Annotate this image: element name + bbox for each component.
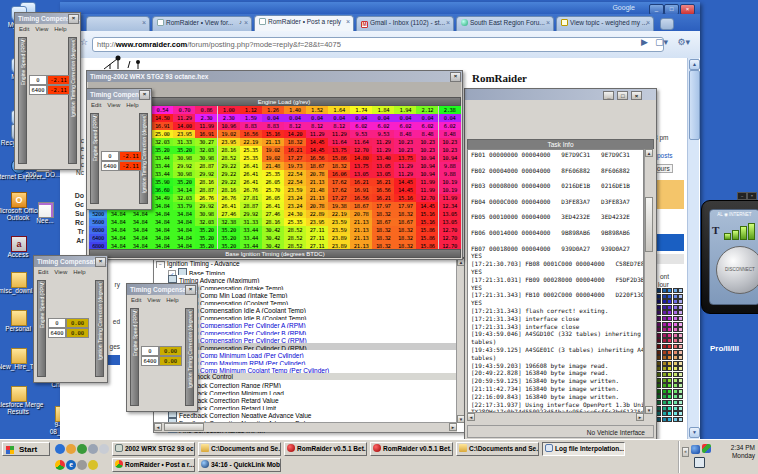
palette-swatch[interactable] — [662, 305, 667, 310]
tray-vz-icon[interactable] — [702, 444, 711, 453]
timing-value-cell[interactable]: 11.29 — [394, 162, 416, 170]
timing-value-cell[interactable]: 0.04 — [306, 114, 328, 122]
timing-value-cell[interactable]: 11.64 — [350, 138, 372, 146]
palette-swatch[interactable] — [673, 299, 678, 304]
rpm-axis-cell[interactable]: 6400 — [101, 161, 119, 171]
timing-value-cell[interactable]: 21.13 — [350, 218, 372, 226]
timing-value-cell[interactable]: 32.03 — [195, 146, 217, 154]
palette-swatch[interactable] — [667, 338, 672, 343]
timing-value-cell[interactable]: 35.20 — [218, 234, 240, 242]
timing-value-cell[interactable]: 13.40 — [372, 154, 394, 162]
timing-value-cell[interactable]: 18.32 — [394, 234, 416, 242]
timing-value-cell[interactable]: 18.67 — [372, 218, 394, 226]
timing-value-cell[interactable]: 13.75 — [350, 162, 372, 170]
palette-swatch[interactable] — [673, 305, 678, 310]
bookmark-star-icon[interactable]: ☆ — [80, 37, 88, 47]
palette-swatch[interactable] — [667, 411, 672, 416]
timing-value-cell[interactable]: 8.83 — [240, 122, 262, 130]
timing-value-cell[interactable]: 21.13 — [350, 234, 372, 242]
palette-swatch[interactable] — [662, 310, 667, 315]
taskbar-button[interactable]: Log file Interpolation... — [542, 442, 625, 456]
tray-network-icon[interactable] — [691, 445, 700, 454]
timing-value-cell[interactable]: 13.75 — [394, 154, 416, 162]
palette-swatch[interactable] — [662, 338, 667, 343]
tree-item[interactable]: −Ignition Timing - Advance — [154, 260, 456, 268]
load-axis-cell[interactable]: 1.74 — [350, 106, 372, 114]
timing-value-cell[interactable]: 11.99 — [416, 178, 438, 186]
timing-value-cell[interactable]: 28.16 — [218, 186, 240, 194]
timing-value-cell[interactable]: 17.97 — [394, 202, 416, 210]
hours-button-fragment[interactable]: ours — [654, 165, 678, 172]
scroll-down-icon[interactable]: ▼ — [645, 406, 653, 414]
palette-swatch[interactable] — [678, 389, 683, 394]
timing-value-cell[interactable]: 14.50 — [151, 114, 173, 122]
timing-value-cell[interactable]: 18.32 — [394, 210, 416, 218]
menu-item-view[interactable]: View — [107, 102, 120, 108]
palette-swatch[interactable] — [673, 378, 678, 383]
palette-swatch[interactable] — [673, 288, 678, 293]
timing-value-cell[interactable]: 12.70 — [416, 194, 438, 202]
timing-value-cell[interactable]: 15.86 — [328, 154, 350, 162]
scroll-up-icon[interactable]: ▲ — [645, 149, 653, 157]
timing-value-cell[interactable]: 20.78 — [306, 202, 328, 210]
palette-swatch[interactable] — [662, 327, 667, 332]
timing-value-cell[interactable]: 32.03 — [195, 218, 217, 226]
timing-value-cell[interactable]: 23.95 — [218, 138, 240, 146]
timing-value-cell[interactable]: 0.04 — [416, 114, 438, 122]
palette-swatch[interactable] — [678, 327, 683, 332]
timing-value-cell[interactable]: 10.23 — [439, 138, 461, 146]
tab-close-icon[interactable]: × — [546, 19, 550, 26]
timing-value-cell[interactable]: 28.87 — [195, 186, 217, 194]
palette-swatch[interactable] — [673, 400, 678, 405]
timing-value-cell[interactable]: 36.60 — [151, 186, 173, 194]
timing-value-cell[interactable]: 12.70 — [439, 226, 461, 234]
timing-value-cell[interactable]: 29.92 — [195, 170, 217, 178]
timing-value-cell[interactable]: 34.84 — [107, 210, 129, 218]
timing-value-cell[interactable]: 34.84 — [107, 218, 129, 226]
timing-value-cell[interactable]: 27.46 — [262, 210, 284, 218]
timing-value-cell[interactable]: 15.86 — [416, 226, 438, 234]
timing-value-cell[interactable]: 19.02 — [262, 146, 284, 154]
timing-value-cell[interactable]: 34.14 — [173, 186, 195, 194]
timing-value-cell[interactable]: 28.52 — [218, 154, 240, 162]
taskbar-button[interactable]: RomRaider v0.5.1 Bet... — [370, 442, 453, 456]
palette-swatch[interactable] — [678, 316, 683, 321]
palette-swatch[interactable] — [678, 299, 683, 304]
timing-value-cell[interactable]: 27.46 — [218, 210, 240, 218]
timing-value-cell[interactable]: 17.62 — [328, 186, 350, 194]
timing-value-cell[interactable]: 21.13 — [306, 194, 328, 202]
timing-value-cell[interactable]: 32.38 — [218, 218, 240, 226]
timing-value-cell[interactable]: 34.84 — [151, 218, 173, 226]
load-axis-cell[interactable]: 1.84 — [372, 106, 394, 114]
timing-value-cell[interactable]: 17.62 — [328, 178, 350, 186]
palette-swatch[interactable] — [673, 406, 678, 411]
palette-swatch[interactable] — [662, 406, 667, 411]
tree-item[interactable]: Timing Compensation Per Cylinder D (RPM) — [154, 343, 456, 351]
timing-value-cell[interactable]: 35.20 — [195, 234, 217, 242]
timing-value-cell[interactable]: 29.22 — [218, 170, 240, 178]
tree-item[interactable]: ✓Base Timing — [154, 268, 456, 276]
timing-value-cell[interactable]: 16.21 — [372, 194, 394, 202]
correction-value-cell[interactable]: 0.00 — [66, 318, 89, 328]
timing-value-cell[interactable]: 14.45 — [306, 138, 328, 146]
timing-value-cell[interactable]: 30.98 — [173, 154, 195, 162]
palette-swatch[interactable] — [673, 294, 678, 299]
menu-item-help[interactable]: Help — [73, 269, 85, 275]
timing-value-cell[interactable]: 11.99 — [416, 186, 438, 194]
timing-value-cell[interactable]: 34.84 — [151, 226, 173, 234]
timing-value-cell[interactable]: 29.22 — [218, 162, 240, 170]
timing-value-cell[interactable]: 21.13 — [262, 138, 284, 146]
timing-value-cell[interactable]: 22.89 — [306, 210, 328, 218]
timing-value-cell[interactable]: 11.99 — [195, 122, 217, 130]
palette-swatch[interactable] — [667, 310, 672, 315]
timing-value-cell[interactable]: 23.89 — [328, 234, 350, 242]
timing-value-cell[interactable]: 34.84 — [151, 210, 173, 218]
tray-chevron-icon[interactable]: « — [682, 447, 689, 457]
tray-display-icon[interactable] — [694, 457, 705, 468]
palette-swatch[interactable] — [662, 400, 667, 405]
tree-item[interactable]: −Timing - Knock Control — [154, 373, 456, 381]
scrollbar-thumb[interactable] — [689, 70, 700, 140]
palette-swatch[interactable] — [678, 294, 683, 299]
timing-value-cell[interactable]: 16.91 — [350, 186, 372, 194]
timing-value-cell[interactable]: 18.67 — [306, 162, 328, 170]
